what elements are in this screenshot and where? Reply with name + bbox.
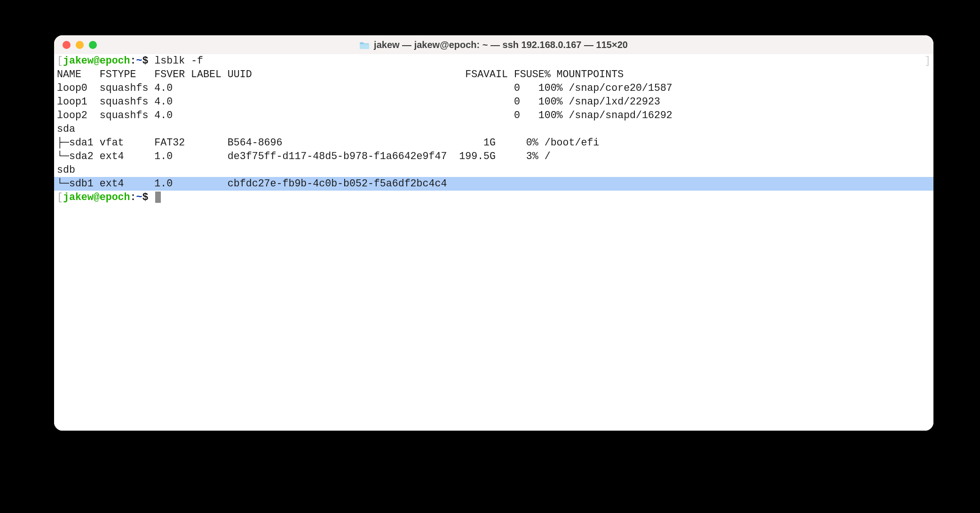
prompt-line-1: [jakew@epoch:~$ lsblk -f] (54, 54, 933, 68)
zoom-icon[interactable] (89, 41, 97, 49)
table-row: loop1 squashfs 4.0 0 100% /snap/lxd/2292… (54, 95, 933, 109)
window-title: jakew — jakew@epoch: ~ — ssh 192.168.0.1… (360, 40, 628, 50)
prompt-line-2[interactable]: [jakew@epoch:~$ (54, 191, 933, 204)
lsblk-header: NAME FSTYPE FSVER LABEL UUID FSAVAIL FSU… (54, 68, 933, 81)
close-icon[interactable] (63, 41, 71, 49)
prompt-path: ~ (136, 55, 142, 66)
bracket-open-icon: [ (57, 55, 63, 66)
bracket-close-icon: ] (925, 54, 931, 68)
prompt-sigil: $ (142, 192, 148, 203)
command-text: lsblk -f (154, 55, 203, 66)
prompt-user: jakew@epoch (63, 192, 130, 203)
folder-icon (360, 41, 369, 49)
prompt-sep: : (130, 192, 136, 203)
cursor-icon (155, 192, 161, 203)
titlebar: jakew — jakew@epoch: ~ — ssh 192.168.0.1… (54, 35, 933, 55)
prompt-user: jakew@epoch (63, 55, 130, 66)
terminal-window: jakew — jakew@epoch: ~ — ssh 192.168.0.1… (54, 35, 933, 431)
table-row: loop2 squashfs 4.0 0 100% /snap/snapd/16… (54, 109, 933, 122)
table-row: sda (54, 122, 933, 136)
table-row: loop0 squashfs 4.0 0 100% /snap/core20/1… (54, 81, 933, 95)
prompt-path: ~ (136, 192, 142, 203)
minimize-icon[interactable] (76, 41, 84, 49)
prompt-sep: : (130, 55, 136, 66)
terminal-body[interactable]: [jakew@epoch:~$ lsblk -f] NAME FSTYPE FS… (54, 54, 933, 431)
table-row: └─sda2 ext4 1.0 de3f75ff-d117-48d5-b978-… (54, 150, 933, 163)
highlighted-row: └─sdb1 ext4 1.0 cbfdc27e-fb9b-4c0b-b052-… (54, 177, 933, 191)
table-row: sdb (54, 163, 933, 177)
traffic-lights (63, 41, 97, 49)
bracket-open-icon: [ (57, 192, 63, 203)
table-row: ├─sda1 vfat FAT32 B564-8696 1G 0% /boot/… (54, 136, 933, 150)
title-text: jakew — jakew@epoch: ~ — ssh 192.168.0.1… (374, 40, 628, 50)
prompt-sigil: $ (142, 55, 148, 66)
